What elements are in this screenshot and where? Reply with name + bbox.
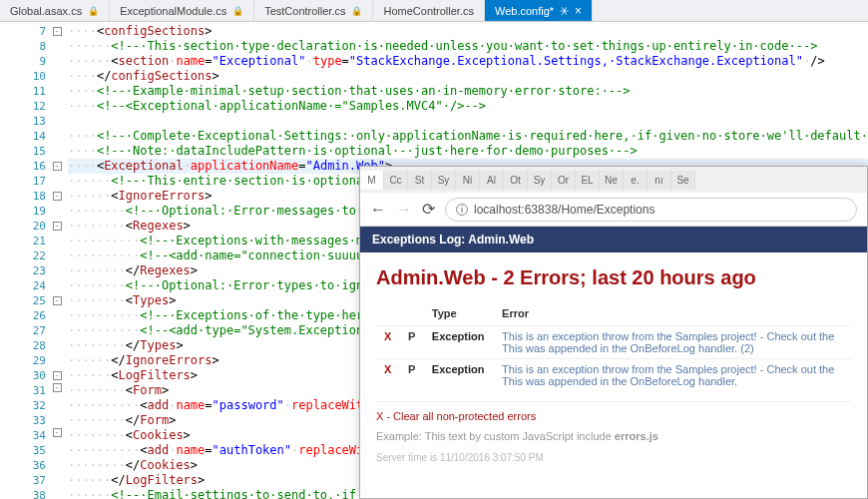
- exceptions-table: Type Error X P Exception This is an exce…: [376, 303, 851, 391]
- code-line[interactable]: [68, 114, 868, 129]
- fold-toggle[interactable]: -: [53, 192, 62, 201]
- address-text: localhost:63838/Home/Exceptions: [474, 203, 654, 217]
- code-line[interactable]: ······<!--·This·section·type·declaration…: [68, 39, 868, 54]
- fold-toggle[interactable]: -: [53, 162, 62, 171]
- fold-gutter: --------: [50, 22, 64, 499]
- col-x: [376, 303, 400, 326]
- line-number-gutter: 7891011121314151617181920212223242526272…: [0, 22, 50, 499]
- browser-tab[interactable]: St: [408, 171, 432, 190]
- browser-tab[interactable]: Al: [480, 171, 504, 190]
- code-line[interactable]: ······<section·name="Exceptional"·type="…: [68, 54, 868, 69]
- col-p: [400, 303, 424, 326]
- browser-tabs: MCcStSyNiAlOtSyOrELNee.nıSe: [360, 167, 867, 193]
- tab-web-config[interactable]: Web.config*⚹×: [485, 0, 593, 21]
- col-type: Type: [424, 303, 494, 326]
- browser-tab[interactable]: Or: [552, 171, 576, 190]
- tab-exceptional-module[interactable]: ExceptionalModule.cs🔒: [110, 0, 254, 21]
- delete-action[interactable]: X: [376, 326, 400, 359]
- fold-toggle[interactable]: -: [53, 371, 62, 380]
- server-time: Server time is 11/10/2016 3:07:50 PM: [376, 452, 851, 463]
- error-type: Exception: [424, 326, 494, 359]
- exceptions-body: Admin.Web - 2 Errors; last 20 hours ago …: [360, 252, 867, 477]
- close-icon[interactable]: ×: [575, 4, 582, 18]
- browser-tab[interactable]: Se: [671, 171, 695, 190]
- browser-tab[interactable]: Sy: [528, 171, 552, 190]
- protect-action[interactable]: P: [400, 326, 424, 359]
- code-line[interactable]: ····<!--<Exceptional·applicationName·="S…: [68, 99, 868, 114]
- fold-toggle[interactable]: -: [53, 383, 62, 392]
- lock-icon: 🔒: [232, 6, 243, 16]
- code-line[interactable]: ····<!--·Note:·dataIncludePattern·is·opt…: [68, 144, 868, 159]
- fold-toggle[interactable]: -: [53, 27, 62, 36]
- browser-window: MCcStSyNiAlOtSyOrELNee.nıSe ← → ⟳ i loca…: [359, 166, 868, 499]
- code-line[interactable]: ····</configSections>: [68, 69, 868, 84]
- tab-home-controller[interactable]: HomeController.cs: [373, 0, 484, 21]
- lock-icon: 🔒: [88, 6, 99, 16]
- col-error: Error: [494, 303, 851, 326]
- exceptions-title: Admin.Web - 2 Errors; last 20 hours ago: [376, 266, 851, 289]
- delete-action[interactable]: X: [376, 359, 400, 392]
- error-type: Exception: [424, 359, 494, 392]
- document-tabs: Global.asax.cs🔒 ExceptionalModule.cs🔒 Te…: [0, 0, 868, 22]
- code-line[interactable]: ····<configSections>: [68, 24, 868, 39]
- browser-tab[interactable]: nı: [648, 171, 671, 190]
- protect-action[interactable]: P: [400, 359, 424, 392]
- fold-toggle[interactable]: -: [53, 428, 62, 437]
- fold-toggle[interactable]: -: [53, 296, 62, 305]
- code-line[interactable]: ····<!--·Complete·Exceptional·Settings:·…: [68, 129, 868, 144]
- lock-icon: 🔒: [351, 6, 362, 16]
- fold-toggle[interactable]: -: [53, 222, 62, 231]
- clear-errors-link[interactable]: X - Clear all non-protected errors: [376, 401, 851, 422]
- browser-tab[interactable]: Sy: [432, 171, 456, 190]
- browser-address-bar: ← → ⟳ i localhost:63838/Home/Exceptions: [360, 193, 867, 227]
- browser-tab[interactable]: Ot: [504, 171, 528, 190]
- address-field[interactable]: i localhost:63838/Home/Exceptions: [445, 198, 857, 222]
- info-icon: i: [456, 204, 468, 216]
- back-button[interactable]: ←: [370, 201, 386, 219]
- tab-global-asax[interactable]: Global.asax.cs🔒: [0, 0, 110, 21]
- forward-button[interactable]: →: [396, 201, 412, 219]
- tab-test-controller[interactable]: TestController.cs🔒: [254, 0, 373, 21]
- error-message[interactable]: This is an exception throw from the Samp…: [494, 359, 851, 392]
- browser-tab[interactable]: Cc: [384, 171, 408, 190]
- code-line[interactable]: ····<!--·Example·minimal·setup·section·t…: [68, 84, 868, 99]
- table-row[interactable]: X P Exception This is an exception throw…: [376, 326, 851, 359]
- exceptions-header: Exceptions Log: Admin.Web: [360, 227, 867, 252]
- error-message[interactable]: This is an exception throw from the Samp…: [494, 326, 851, 359]
- table-row[interactable]: X P Exception This is an exception throw…: [376, 359, 851, 392]
- browser-tab[interactable]: M: [360, 171, 384, 190]
- reload-button[interactable]: ⟳: [422, 200, 435, 219]
- pin-icon: ⚹: [560, 4, 569, 17]
- browser-tab[interactable]: EL: [576, 171, 600, 190]
- browser-tab[interactable]: Ni: [456, 171, 480, 190]
- browser-tab[interactable]: Ne: [600, 171, 624, 190]
- example-text: Example: This text by custom JavaScript …: [376, 430, 851, 442]
- browser-tab[interactable]: e.: [624, 171, 648, 190]
